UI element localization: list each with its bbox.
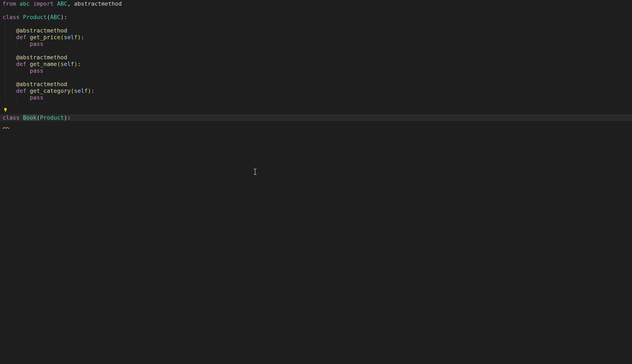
- code-line[interactable]: class Product(ABC):: [0, 14, 632, 20]
- kw-def: def: [16, 88, 27, 94]
- indent-guide: [5, 74, 5, 81]
- code-editor[interactable]: from abc import ABC, abstractmethod clas…: [0, 0, 632, 364]
- code-line[interactable]: def get_name(self):: [0, 61, 632, 68]
- kw-class: class: [3, 114, 20, 121]
- code-line[interactable]: @abstractmethod: [0, 81, 632, 88]
- indent-guide: [5, 20, 5, 27]
- indent-guide: [5, 88, 5, 94]
- code-line[interactable]: [0, 74, 632, 81]
- func-get-category: get_category: [30, 88, 71, 94]
- code-line[interactable]: @abstractmethod: [0, 54, 632, 61]
- name-abstractmethod: abstractmethod: [74, 0, 122, 7]
- func-get-price: get_price: [30, 34, 60, 40]
- kw-pass: pass: [30, 94, 43, 101]
- indent-guide: [5, 54, 5, 61]
- func-get-name: get_name: [30, 61, 57, 67]
- indent-guide: [5, 34, 5, 41]
- indent-guide: [5, 47, 5, 54]
- comma: ,: [67, 0, 71, 7]
- indent-guide: [16, 68, 17, 74]
- type-abc: ABC: [57, 0, 67, 7]
- code-line[interactable]: pass: [0, 68, 632, 74]
- kw-class: class: [3, 14, 20, 20]
- code-line[interactable]: def get_category(self):: [0, 88, 632, 94]
- class-product: Product: [23, 14, 47, 20]
- code-line[interactable]: [0, 108, 632, 114]
- indent-guide: [5, 61, 5, 68]
- param-self: self: [64, 34, 78, 40]
- base-product: Product: [40, 114, 64, 121]
- text-cursor-icon: [254, 169, 256, 175]
- indent-guide: [16, 94, 17, 101]
- code-line[interactable]: def get_price(self):: [0, 34, 632, 41]
- lightbulb-icon[interactable]: [3, 108, 8, 112]
- indent-guide: [5, 94, 5, 101]
- code-line[interactable]: [0, 7, 632, 14]
- code-line[interactable]: pass: [0, 41, 632, 47]
- code-line[interactable]: from abc import ABC, abstractmethod: [0, 0, 632, 7]
- code-line[interactable]: pass: [0, 94, 632, 101]
- code-line[interactable]: [0, 47, 632, 54]
- error-squiggle: [3, 121, 10, 128]
- code-line[interactable]: [0, 101, 632, 108]
- param-self: self: [60, 61, 74, 67]
- kw-def: def: [16, 61, 27, 67]
- indent-guide: [5, 41, 5, 47]
- indent-guide: [5, 81, 5, 88]
- kw-from: from: [3, 0, 16, 7]
- class-book: Book: [23, 114, 37, 121]
- module-abc: abc: [20, 0, 30, 7]
- kw-def: def: [16, 34, 27, 40]
- param-self: self: [74, 88, 88, 94]
- code-line-current[interactable]: class Book(Product):: [0, 114, 632, 121]
- code-line[interactable]: @abstractmethod: [0, 27, 632, 34]
- kw-pass: pass: [30, 68, 43, 74]
- decorator: @abstractmethod: [16, 54, 67, 60]
- decorator: @abstractmethod: [16, 81, 67, 87]
- code-line[interactable]: [0, 121, 632, 128]
- indent-guide: [16, 41, 17, 47]
- kw-import: import: [33, 0, 54, 7]
- indent-guide: [5, 27, 5, 34]
- code-line[interactable]: [0, 20, 632, 27]
- indent-guide: [5, 68, 5, 74]
- kw-pass: pass: [30, 41, 43, 47]
- decorator: @abstractmethod: [16, 27, 67, 34]
